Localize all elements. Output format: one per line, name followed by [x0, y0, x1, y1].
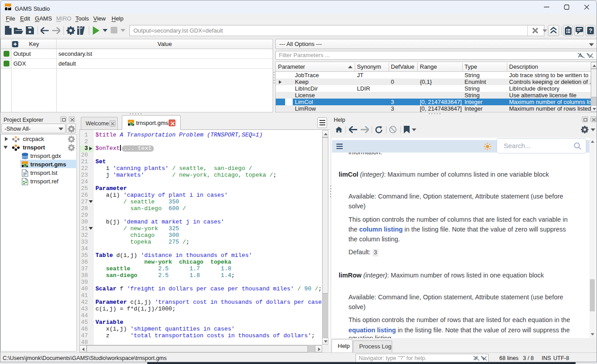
svg-text:?: ?	[589, 27, 593, 34]
